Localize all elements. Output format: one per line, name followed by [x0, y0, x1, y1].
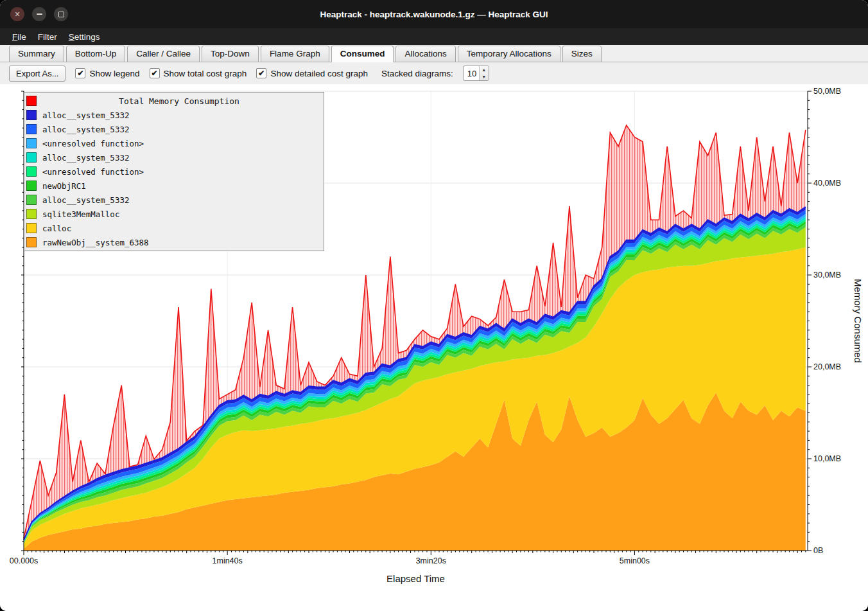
legend-item: sqlite3MemMalloc	[24, 207, 324, 221]
checkmark-icon: ✔	[256, 68, 266, 78]
legend-item-label: rawNewObj__system_6388	[42, 238, 149, 247]
tab-summary[interactable]: Summary	[9, 46, 64, 62]
x-axis-title: Elapsed Time	[386, 573, 445, 584]
x-tick-label: 1min40s	[213, 556, 243, 565]
legend-item: calloc	[24, 221, 324, 235]
y-tick-label: 0B	[813, 546, 823, 555]
tab-bottom-up[interactable]: Bottom-Up	[66, 46, 126, 62]
legend-swatch	[26, 166, 37, 177]
menu-filter[interactable]: Filter	[32, 28, 63, 45]
y-tick-label: 40,0MB	[813, 179, 841, 188]
legend-item: <unresolved function>	[24, 164, 324, 179]
legend-item-label: alloc__system_5332	[42, 195, 129, 205]
tab-bar: SummaryBottom-UpCaller / CalleeTop-DownF…	[0, 45, 868, 62]
y-tick-label: 30,0MB	[813, 270, 841, 279]
menu-settings[interactable]: Settings	[63, 28, 106, 45]
legend-item: newObjRC1	[24, 179, 324, 193]
tab-allocations[interactable]: Allocations	[395, 46, 455, 62]
legend-item-label: alloc__system_5332	[42, 111, 129, 120]
show-detailed-cost-graph-checkbox[interactable]: ✔ Show detailed cost graph	[256, 68, 368, 78]
legend-swatch	[26, 209, 37, 219]
chart-area: 00.000s1min40s3min20s5min00s0B10,0MB20,0…	[0, 84, 868, 611]
legend-item-label: alloc__system_5332	[42, 125, 129, 134]
chart-legend: Total Memory Consumptionalloc__system_53…	[24, 92, 324, 251]
app-window: × Heaptrack - heaptrack.wakunode.1.gz — …	[0, 0, 868, 611]
show-legend-label: Show legend	[89, 69, 139, 78]
spinbox-arrows: ▲ ▼	[479, 66, 489, 80]
legend-swatch	[26, 96, 37, 106]
legend-swatch	[26, 223, 37, 233]
tab-temporary-allocations[interactable]: Temporary Allocations	[458, 46, 560, 62]
menu-file[interactable]: File	[6, 28, 32, 45]
show-total-cost-graph-checkbox[interactable]: ✔ Show total cost graph	[150, 68, 247, 78]
y-tick-label: 10,0MB	[813, 454, 841, 463]
window-title: Heaptrack - heaptrack.wakunode.1.gz — He…	[320, 10, 548, 19]
close-icon: ×	[15, 10, 20, 19]
legend-item-label: sqlite3MemMalloc	[42, 209, 119, 219]
close-button[interactable]: ×	[10, 7, 24, 21]
legend-swatch	[26, 195, 37, 205]
x-tick-label: 3min20s	[416, 556, 446, 565]
legend-title-row: Total Memory Consumption	[24, 94, 324, 108]
y-tick-label: 20,0MB	[813, 362, 841, 371]
tab-consumed[interactable]: Consumed	[331, 46, 394, 62]
legend-item: <unresolved function>	[24, 136, 324, 150]
legend-swatch	[26, 124, 37, 134]
legend-item: alloc__system_5332	[24, 122, 324, 136]
tab-caller-callee[interactable]: Caller / Callee	[127, 46, 200, 62]
legend-item: alloc__system_5332	[24, 108, 324, 122]
titlebar: × Heaptrack - heaptrack.wakunode.1.gz — …	[0, 0, 868, 28]
show-detailed-cost-graph-label: Show detailed cost graph	[270, 69, 368, 78]
legend-item-label: <unresolved function>	[42, 167, 144, 177]
minimize-button[interactable]	[32, 7, 46, 21]
checkmark-icon: ✔	[75, 68, 85, 78]
maximize-icon	[58, 12, 64, 17]
maximize-button[interactable]	[54, 7, 68, 21]
legend-swatch	[26, 152, 37, 163]
x-tick-label: 5min00s	[620, 556, 650, 565]
legend-item-label: calloc	[42, 224, 71, 233]
legend-title: Total Memory Consumption	[37, 96, 322, 106]
window-controls: ×	[10, 7, 68, 21]
y-tick-label: 50,0MB	[813, 87, 841, 96]
minimize-icon	[37, 13, 42, 15]
spin-down-button[interactable]: ▼	[480, 73, 489, 80]
legend-item: alloc__system_5332	[24, 150, 324, 164]
legend-swatch	[26, 181, 37, 191]
legend-swatch	[26, 237, 37, 247]
checkmark-icon: ✔	[150, 68, 160, 78]
legend-item: alloc__system_5332	[24, 193, 324, 207]
menubar: FileFilterSettings	[0, 28, 868, 45]
spin-up-button[interactable]: ▲	[480, 66, 489, 73]
stacked-diagrams-spinbox[interactable]: 10 ▲ ▼	[463, 66, 489, 81]
legend-item: rawNewObj__system_6388	[24, 235, 324, 249]
tab-flame-graph[interactable]: Flame Graph	[261, 46, 329, 62]
legend-swatch	[26, 138, 37, 148]
stacked-diagrams-label: Stacked diagrams:	[381, 69, 453, 78]
export-as-button[interactable]: Export As...	[9, 66, 65, 82]
legend-item-label: <unresolved function>	[42, 139, 144, 148]
legend-swatch	[26, 110, 37, 120]
show-total-cost-graph-label: Show total cost graph	[164, 69, 247, 78]
show-legend-checkbox[interactable]: ✔ Show legend	[75, 68, 139, 78]
spinbox-value: 10	[464, 66, 479, 80]
toolbar: Export As... ✔ Show legend ✔ Show total …	[0, 62, 868, 84]
tab-top-down[interactable]: Top-Down	[202, 46, 259, 62]
tab-sizes[interactable]: Sizes	[562, 46, 602, 62]
legend-item-label: alloc__system_5332	[42, 153, 129, 163]
legend-item-label: newObjRC1	[42, 181, 86, 191]
y-axis-title: Memory Consumed	[853, 279, 864, 363]
x-tick-label: 00.000s	[10, 556, 38, 565]
